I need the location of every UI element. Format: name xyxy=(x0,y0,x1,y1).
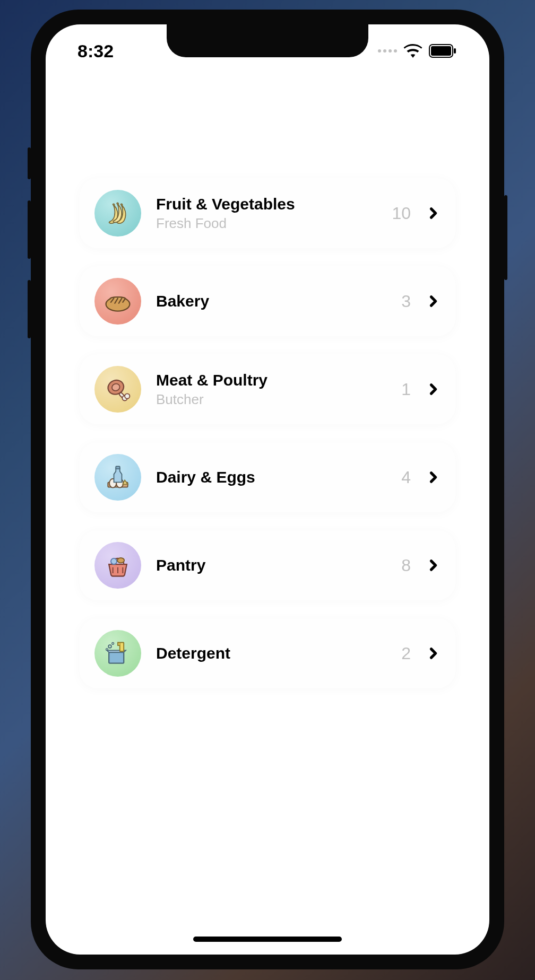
status-time: 8:32 xyxy=(77,41,114,62)
meat-icon xyxy=(94,366,141,413)
cellular-icon xyxy=(378,49,397,52)
category-text: Dairy & Eggs xyxy=(156,468,401,486)
svg-point-18 xyxy=(112,642,114,644)
category-count: 1 xyxy=(401,380,411,399)
svg-rect-15 xyxy=(109,652,124,663)
chevron-right-icon xyxy=(426,470,441,485)
banana-icon xyxy=(94,190,141,237)
category-count: 3 xyxy=(401,292,411,311)
category-count: 2 xyxy=(401,644,411,663)
category-row-meat-poultry[interactable]: Meat & PoultryButcher1 xyxy=(80,354,455,424)
basket-icon xyxy=(94,542,141,589)
dairy-icon xyxy=(94,454,141,501)
wifi-icon xyxy=(403,44,422,58)
category-text: Bakery xyxy=(156,292,401,310)
phone-screen: 8:32 Fruit & Vegetab xyxy=(46,24,489,955)
category-subtitle: Butcher xyxy=(156,391,401,408)
svg-rect-12 xyxy=(116,466,119,469)
category-title: Fruit & Vegetables xyxy=(156,195,392,213)
phone-frame: 8:32 Fruit & Vegetab xyxy=(31,10,504,969)
chevron-right-icon xyxy=(426,294,441,309)
category-title: Dairy & Eggs xyxy=(156,468,401,486)
svg-point-8 xyxy=(125,393,130,398)
category-text: Pantry xyxy=(156,556,401,574)
chevron-right-icon xyxy=(426,646,441,661)
cleaning-icon xyxy=(94,630,141,677)
category-row-detergent[interactable]: Detergent2 xyxy=(80,618,455,688)
category-title: Detergent xyxy=(156,644,401,662)
category-text: Meat & PoultryButcher xyxy=(156,371,401,408)
category-row-bakery[interactable]: Bakery3 xyxy=(80,266,455,336)
chevron-right-icon xyxy=(426,206,441,221)
category-title: Meat & Poultry xyxy=(156,371,401,389)
category-row-fruit-vegetables[interactable]: Fruit & VegetablesFresh Food10 xyxy=(80,178,455,248)
svg-point-17 xyxy=(106,649,108,651)
svg-rect-19 xyxy=(120,642,124,651)
phone-right-buttons xyxy=(504,195,507,280)
svg-rect-1 xyxy=(431,46,451,56)
category-title: Bakery xyxy=(156,292,401,310)
phone-left-buttons xyxy=(28,147,31,338)
battery-icon xyxy=(429,44,458,58)
home-indicator[interactable] xyxy=(193,937,342,942)
category-list: Fruit & VegetablesFresh Food10Bakery3Mea… xyxy=(80,178,455,688)
svg-point-16 xyxy=(108,645,111,648)
content-area: Fruit & VegetablesFresh Food10Bakery3Mea… xyxy=(46,24,489,688)
svg-point-14 xyxy=(117,558,124,563)
category-text: Detergent xyxy=(156,644,401,662)
category-subtitle: Fresh Food xyxy=(156,215,392,232)
category-title: Pantry xyxy=(156,556,401,574)
chevron-right-icon xyxy=(426,558,441,573)
svg-point-13 xyxy=(111,558,117,564)
bread-icon xyxy=(94,278,141,325)
category-row-pantry[interactable]: Pantry8 xyxy=(80,530,455,600)
chevron-right-icon xyxy=(426,382,441,397)
category-count: 8 xyxy=(401,556,411,575)
category-text: Fruit & VegetablesFresh Food xyxy=(156,195,392,232)
category-count: 10 xyxy=(392,204,411,223)
status-icons xyxy=(378,44,458,58)
category-count: 4 xyxy=(401,468,411,487)
phone-notch xyxy=(167,24,368,57)
svg-rect-2 xyxy=(454,48,456,54)
category-row-dairy-eggs[interactable]: Dairy & Eggs4 xyxy=(80,442,455,512)
